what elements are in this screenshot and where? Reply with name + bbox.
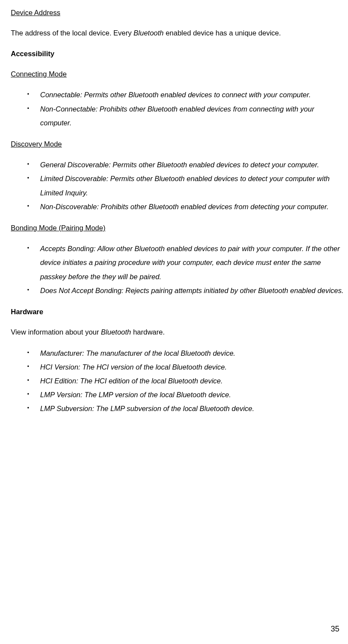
list-item: HCI Version: The HCI version of the loca… (11, 360, 344, 374)
discovery-mode-heading: Discovery Mode (11, 137, 344, 151)
list-item: HCI Edition: The HCI edition of the loca… (11, 374, 344, 388)
list-item: Manufacturer: The manufacturer of the lo… (11, 346, 344, 360)
list-item: Non-Discoverable: Prohibits other Blueto… (11, 200, 344, 214)
list-item: Accepts Bonding: Allow other Bluetooth e… (11, 242, 344, 284)
device-address-text: The address of the local device. Every B… (11, 26, 344, 40)
list-item: LMP Subversion: The LMP subversion of th… (11, 402, 344, 415)
device-address-heading: Device Address (11, 6, 344, 19)
list-item: General Discoverable: Permits other Blue… (11, 158, 344, 172)
hardware-text: View information about your Bluetooth ha… (11, 325, 344, 339)
hardware-heading: Hardware (11, 305, 344, 319)
connecting-mode-heading: Connecting Mode (11, 67, 344, 81)
text-part: hardware. (131, 328, 165, 336)
list-item: Limited Discoverable: Permits other Blue… (11, 172, 344, 199)
text-italic: Bluetooth (101, 328, 131, 336)
list-item: Does Not Accept Bonding: Rejects pairing… (11, 284, 344, 297)
bonding-mode-heading: Bonding Mode (Pairing Mode) (11, 221, 344, 235)
hardware-list: Manufacturer: The manufacturer of the lo… (11, 346, 344, 416)
text-part: View information about your (11, 328, 101, 336)
text-part: enabled device has a unique device. (164, 29, 281, 37)
text-italic: Bluetooth (133, 29, 164, 37)
connecting-mode-list: Connectable: Permits other Bluetooth ena… (11, 88, 344, 130)
list-item: Connectable: Permits other Bluetooth ena… (11, 88, 344, 102)
bonding-mode-list: Accepts Bonding: Allow other Bluetooth e… (11, 242, 344, 297)
accessibility-heading: Accessibility (11, 47, 344, 61)
text-part: The address of the local device. Every (11, 29, 133, 37)
page-number: 35 (331, 622, 339, 636)
list-item: LMP Version: The LMP version of the loca… (11, 388, 344, 402)
list-item: Non-Connectable: Prohibits other Bluetoo… (11, 102, 344, 130)
discovery-mode-list: General Discoverable: Permits other Blue… (11, 158, 344, 214)
